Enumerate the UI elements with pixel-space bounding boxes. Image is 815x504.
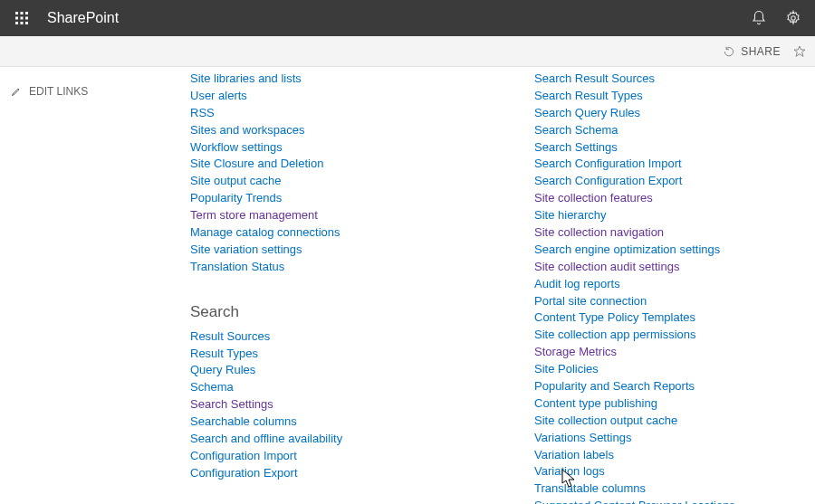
settings-link[interactable]: Site collection audit settings: [534, 259, 815, 276]
suite-bar-right: [748, 7, 808, 29]
settings-main: Site libraries and listsUser alertsRSSSi…: [145, 67, 815, 504]
settings-link[interactable]: Translatable columns: [534, 480, 815, 498]
settings-link[interactable]: Site collection output cache: [534, 413, 815, 430]
settings-link[interactable]: Query Rules: [190, 362, 471, 379]
settings-link[interactable]: Schema: [190, 379, 471, 396]
settings-link[interactable]: Search Schema: [534, 122, 815, 139]
settings-link[interactable]: Suggested Content Browser Locations: [534, 498, 815, 504]
settings-link[interactable]: Search and offline availability: [190, 431, 471, 448]
settings-link[interactable]: Variations Settings: [534, 430, 815, 447]
settings-link[interactable]: User alerts: [190, 88, 471, 105]
settings-link[interactable]: Site collection navigation: [534, 224, 815, 242]
settings-link[interactable]: Site libraries and lists: [190, 71, 471, 88]
settings-link[interactable]: Content Type Policy Templates: [534, 309, 815, 327]
links-group-sitecollection: Search Result SourcesSearch Result Types…: [534, 71, 815, 504]
settings-link[interactable]: Site collection features: [534, 190, 815, 207]
svg-rect-2: [25, 12, 28, 14]
settings-link[interactable]: Search Query Rules: [534, 105, 815, 122]
left-nav: EDIT LINKS: [0, 67, 145, 504]
settings-link[interactable]: Search Settings: [190, 396, 471, 414]
settings-link[interactable]: Site output cache: [190, 173, 471, 190]
svg-rect-8: [25, 22, 28, 24]
svg-rect-7: [21, 22, 24, 24]
links-group-search: Search Result SourcesResult TypesQuery R…: [190, 303, 471, 482]
settings-link[interactable]: Search Result Sources: [534, 71, 815, 88]
settings-link[interactable]: Popularity Trends: [190, 190, 471, 207]
svg-point-9: [791, 16, 796, 21]
settings-link[interactable]: Search engine optimization settings: [534, 242, 815, 259]
svg-rect-4: [21, 17, 24, 20]
share-button[interactable]: SHARE: [723, 45, 781, 58]
settings-link[interactable]: Translation Status: [190, 259, 471, 276]
settings-link[interactable]: Sites and workspaces: [190, 122, 471, 139]
edit-links-button[interactable]: EDIT LINKS: [11, 85, 134, 98]
settings-link[interactable]: Term store management: [190, 207, 471, 224]
settings-link[interactable]: Search Configuration Import: [534, 156, 815, 173]
edit-links-label: EDIT LINKS: [29, 85, 88, 98]
action-bar: SHARE: [0, 36, 815, 67]
settings-link[interactable]: Site Policies: [534, 361, 815, 378]
settings-link[interactable]: Workflow settings: [190, 139, 471, 157]
settings-link[interactable]: Manage catalog connections: [190, 224, 471, 242]
settings-link[interactable]: Site collection app permissions: [534, 327, 815, 344]
settings-link[interactable]: Result Types: [190, 346, 471, 363]
settings-link[interactable]: Search Result Types: [534, 88, 815, 105]
settings-link[interactable]: Site variation settings: [190, 242, 471, 259]
settings-link[interactable]: Search Configuration Export: [534, 173, 815, 190]
settings-link[interactable]: Variation labels: [534, 447, 815, 464]
page-content: EDIT LINKS Site libraries and listsUser …: [0, 67, 815, 504]
settings-link[interactable]: Content type publishing: [534, 395, 815, 413]
svg-rect-6: [15, 22, 18, 24]
settings-link[interactable]: Configuration Import: [190, 448, 471, 465]
svg-rect-0: [15, 12, 18, 14]
settings-link[interactable]: Site hierarchy: [534, 207, 815, 224]
svg-rect-1: [21, 12, 24, 14]
suite-bar: SharePoint: [0, 0, 815, 36]
settings-link[interactable]: Popularity and Search Reports: [534, 378, 815, 395]
settings-link[interactable]: Searchable columns: [190, 414, 471, 431]
settings-link[interactable]: Portal site connection: [534, 293, 815, 310]
settings-column-2: Search Result SourcesSearch Result Types…: [534, 71, 815, 504]
svg-rect-5: [25, 17, 28, 20]
settings-link[interactable]: Variation logs: [534, 463, 815, 480]
gear-icon[interactable]: [782, 7, 804, 29]
settings-link[interactable]: Result Sources: [190, 328, 471, 346]
app-launcher-icon[interactable]: [7, 4, 36, 33]
follow-star-icon[interactable]: [791, 43, 808, 60]
settings-link[interactable]: Search Settings: [534, 139, 815, 157]
settings-link[interactable]: Configuration Export: [190, 465, 471, 482]
brand-label: SharePoint: [47, 10, 119, 26]
notifications-icon[interactable]: [748, 7, 770, 29]
settings-link[interactable]: Site Closure and Deletion: [190, 156, 471, 173]
settings-link[interactable]: Audit log reports: [534, 276, 815, 293]
group-heading-search: Search: [190, 303, 471, 321]
share-label: SHARE: [741, 45, 781, 58]
settings-link[interactable]: Storage Metrics: [534, 344, 815, 361]
settings-column-1: Site libraries and listsUser alertsRSSSi…: [190, 71, 471, 504]
links-group-siteadmin: Site libraries and listsUser alertsRSSSi…: [190, 71, 471, 276]
svg-rect-3: [15, 17, 18, 20]
settings-link[interactable]: RSS: [190, 105, 471, 122]
